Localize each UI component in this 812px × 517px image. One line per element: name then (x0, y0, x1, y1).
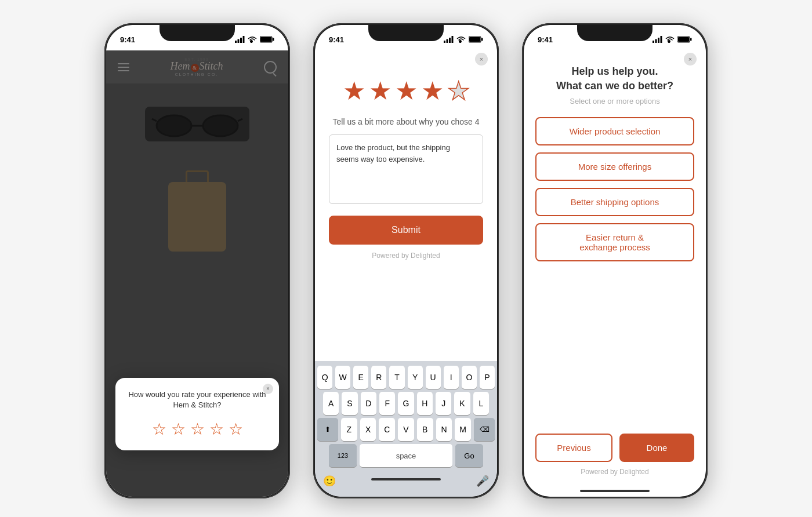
kb-w[interactable]: W (335, 366, 350, 389)
kb-b[interactable]: B (417, 418, 433, 441)
phone2-star-1[interactable]: ★ (343, 76, 365, 105)
star-1[interactable]: ☆ (152, 420, 166, 439)
survey-question-text: How would you rate your experience with … (125, 389, 270, 410)
svg-rect-16 (652, 41, 654, 43)
kb-s[interactable]: S (342, 392, 357, 415)
keyboard: Q W E R T Y U I O P A S D (315, 361, 497, 497)
phone2-star-3[interactable]: ★ (395, 76, 418, 105)
phone3-time: 9:41 (538, 35, 553, 44)
kb-y[interactable]: Y (408, 366, 423, 389)
phone2-status-icons (444, 36, 483, 43)
phone1-time: 9:41 (120, 35, 135, 44)
phone1-notch (160, 25, 235, 41)
phone3-notch (577, 25, 652, 41)
kb-k[interactable]: K (454, 392, 470, 415)
wifi-icon-3 (665, 36, 675, 43)
previous-button[interactable]: Previous (535, 434, 612, 462)
phone3-close-button[interactable]: × (684, 53, 697, 65)
svg-rect-12 (452, 36, 454, 43)
svg-rect-15 (481, 38, 483, 41)
svg-rect-5 (260, 37, 271, 42)
battery-icon-3 (677, 36, 692, 43)
kb-g[interactable]: G (398, 392, 414, 415)
signal-icon-3 (652, 36, 662, 43)
kb-f[interactable]: F (379, 392, 395, 415)
kb-space[interactable]: space (360, 444, 452, 467)
svg-rect-14 (469, 37, 480, 42)
powered-by-2: Powered by Delighted (329, 252, 483, 260)
svg-rect-0 (235, 41, 237, 43)
kb-q[interactable]: Q (317, 366, 332, 389)
option-better-shipping[interactable]: Better shipping options (535, 188, 694, 216)
phone2-notch (368, 25, 444, 41)
kb-x[interactable]: X (360, 418, 376, 441)
actions-row: Previous Done (535, 434, 694, 462)
kb-m[interactable]: M (455, 418, 471, 441)
option-wider-product[interactable]: Wider product selection (535, 117, 694, 145)
done-button[interactable]: Done (619, 434, 694, 462)
kb-h[interactable]: H (417, 392, 433, 415)
emoji-icon[interactable]: 🙂 (323, 475, 336, 487)
kb-row-2: A S D F G H J K L (317, 392, 495, 415)
svg-rect-10 (447, 39, 448, 43)
star-3[interactable]: ☆ (190, 420, 205, 439)
signal-icon-2 (444, 36, 454, 43)
kb-p[interactable]: P (480, 366, 495, 389)
option-more-size[interactable]: More size offerings (535, 152, 694, 181)
kb-shift[interactable]: ⬆ (317, 418, 338, 441)
wifi-icon (248, 36, 257, 43)
kb-a[interactable]: A (323, 392, 339, 415)
phone2-star-rating[interactable]: ★ ★ ★ ★ ★ (329, 62, 483, 117)
phone-3: 9:41 (522, 23, 708, 498)
kb-c[interactable]: C (379, 418, 395, 441)
phone-2: 9:41 (313, 23, 499, 498)
star-2[interactable]: ☆ (171, 420, 186, 439)
kb-o[interactable]: O (462, 366, 477, 389)
mic-icon[interactable]: 🎤 (476, 475, 489, 487)
svg-rect-19 (661, 36, 662, 43)
select-hint: Select one or more options (535, 97, 694, 105)
kb-l[interactable]: L (473, 392, 489, 415)
kb-t[interactable]: T (389, 366, 404, 389)
phone1-app-background: EST. 1993 Hem&Stitch CLOTHING CO. (106, 50, 288, 497)
kb-u[interactable]: U (426, 366, 441, 389)
survey-close-button[interactable]: × (263, 384, 273, 394)
svg-rect-3 (243, 36, 245, 43)
star-4[interactable]: ☆ (209, 420, 224, 439)
phone2-star-2[interactable]: ★ (369, 76, 392, 105)
option-easier-return[interactable]: Easier return &exchange process (535, 223, 694, 261)
star-5[interactable]: ☆ (229, 420, 243, 439)
kb-n[interactable]: N (436, 418, 452, 441)
kb-j[interactable]: J (436, 392, 451, 415)
svg-rect-9 (444, 41, 445, 43)
star-rating-row[interactable]: ☆ ☆ ☆ ☆ ☆ (125, 420, 270, 439)
kb-row-1: Q W E R T Y U I O P (317, 366, 495, 389)
kb-v[interactable]: V (398, 418, 414, 441)
kb-z[interactable]: Z (341, 418, 357, 441)
submit-button[interactable]: Submit (329, 216, 483, 245)
help-title: Help us help you. What can we do better? (535, 64, 694, 93)
kb-num[interactable]: 123 (329, 444, 357, 467)
svg-rect-22 (690, 38, 692, 41)
svg-rect-1 (238, 39, 240, 43)
svg-rect-18 (658, 38, 659, 43)
battery-icon (260, 36, 274, 43)
kb-emoji-row: 🙂 🎤 (317, 470, 495, 490)
phone2-star-5[interactable]: ★ (447, 76, 470, 105)
kb-go[interactable]: Go (455, 444, 483, 467)
phone2-close-button[interactable]: × (475, 53, 488, 65)
phone1-status-icons (235, 36, 274, 43)
kb-r[interactable]: R (371, 366, 386, 389)
svg-rect-21 (678, 37, 689, 42)
svg-rect-2 (240, 38, 242, 43)
kb-e[interactable]: E (353, 366, 368, 389)
kb-delete[interactable]: ⌫ (474, 418, 495, 441)
home-indicator-2 (371, 478, 441, 480)
svg-rect-11 (449, 38, 451, 43)
kb-row-bottom: 123 space Go (317, 444, 495, 467)
phone2-star-4[interactable]: ★ (421, 76, 444, 105)
kb-d[interactable]: D (361, 392, 376, 415)
feedback-textarea[interactable]: Love the product, but the shipping seems… (329, 134, 483, 204)
home-indicator-3 (580, 490, 650, 492)
kb-i[interactable]: I (444, 366, 459, 389)
